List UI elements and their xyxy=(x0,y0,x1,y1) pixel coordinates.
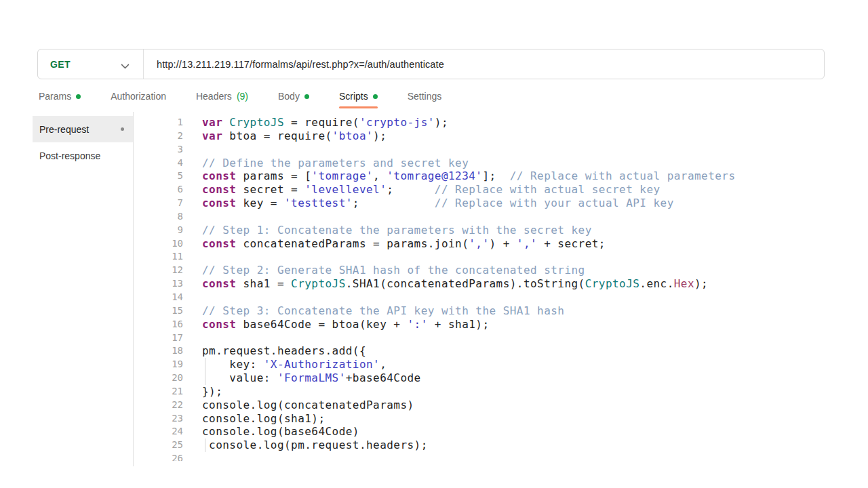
code-line: 7const key = 'testtest'; // Replace with… xyxy=(133,197,868,210)
code-text[interactable]: const concatenatedParams = params.join('… xyxy=(202,237,606,251)
code-line: 24console.log(base64Code) xyxy=(133,425,868,439)
line-number: 8 xyxy=(133,210,183,224)
tab-label: Settings xyxy=(408,91,442,102)
code-text[interactable]: console.log(base64Code) xyxy=(202,425,359,439)
tab-scripts[interactable]: Scripts xyxy=(339,91,378,104)
code-editor[interactable]: 1var CryptoJS = require('crypto-js');2va… xyxy=(133,116,868,461)
code-text[interactable]: var btoa = require('btoa'); xyxy=(202,129,387,143)
code-line: 8 xyxy=(133,210,868,224)
sidebar-item-post-response[interactable]: Post-response xyxy=(33,142,133,169)
code-text[interactable]: key: 'X-Authorization', xyxy=(202,358,387,371)
code-text[interactable]: console.log(pm.request.headers); xyxy=(202,439,428,452)
code-line: 3 xyxy=(133,143,868,157)
code-text[interactable]: const params = ['tomrage', 'tomrage@1234… xyxy=(202,169,736,183)
code-line: 11 xyxy=(133,250,868,264)
code-line: 6const secret = 'levellevel'; // Replace… xyxy=(133,183,868,197)
code-text[interactable]: var CryptoJS = require('crypto-js'); xyxy=(202,116,448,129)
method-label: GET xyxy=(50,59,71,70)
request-method-url-bar: GET http://13.211.219.117/formalms/api/r… xyxy=(37,49,825,79)
code-text[interactable]: const secret = 'levellevel'; // Replace … xyxy=(202,183,660,197)
line-number: 26 xyxy=(133,452,183,461)
line-number: 21 xyxy=(133,385,183,399)
tab-label: Authorization xyxy=(111,91,166,102)
sidebar-item-pre-request[interactable]: Pre-request xyxy=(33,116,133,142)
line-number: 18 xyxy=(133,344,183,358)
line-number: 19 xyxy=(133,358,183,371)
code-line: 12// Step 2: Generate SHA1 hash of the c… xyxy=(133,264,868,277)
code-text[interactable]: // Step 2: Generate SHA1 hash of the con… xyxy=(202,264,585,277)
line-number: 23 xyxy=(133,412,183,426)
line-number: 15 xyxy=(133,304,183,318)
line-number: 7 xyxy=(133,197,183,210)
line-number: 16 xyxy=(133,318,183,331)
code-line: 20 value: 'FormaLMS'+base64Code xyxy=(133,371,868,385)
code-line: 9// Step 1: Concatenate the parameters w… xyxy=(133,224,868,237)
code-line: 22console.log(concatenatedParams) xyxy=(133,399,868,412)
code-line: 5const params = ['tomrage', 'tomrage@123… xyxy=(133,169,868,183)
green-dot-icon xyxy=(373,94,378,99)
tab-count-badge: (9) xyxy=(237,91,248,102)
tab-label: Body xyxy=(278,91,300,102)
code-text[interactable]: // Step 1: Concatenate the parameters wi… xyxy=(202,224,592,237)
code-line: 16const base64Code = btoa(key + ':' + sh… xyxy=(133,318,868,331)
code-line: 21}); xyxy=(133,385,868,399)
code-line: 26 xyxy=(133,452,868,461)
tabs-bar: ParamsAuthorizationHeaders(9)BodyScripts… xyxy=(39,91,441,104)
line-number: 9 xyxy=(133,224,183,237)
code-line: 10const concatenatedParams = params.join… xyxy=(133,237,868,251)
code-line: 1var CryptoJS = require('crypto-js'); xyxy=(133,116,868,129)
line-number: 2 xyxy=(133,129,183,143)
code-text[interactable]: console.log(sha1); xyxy=(202,412,326,426)
line-number: 5 xyxy=(133,169,183,183)
sidebar-item-label: Post-response xyxy=(39,150,100,161)
code-text[interactable]: }); xyxy=(202,385,222,399)
code-line: 17 xyxy=(133,331,868,345)
line-number: 12 xyxy=(133,264,183,277)
line-number: 1 xyxy=(133,116,183,129)
line-number: 4 xyxy=(133,157,183,170)
code-text[interactable]: pm.request.headers.add({ xyxy=(202,344,366,358)
line-number: 14 xyxy=(133,291,183,304)
code-line: 23console.log(sha1); xyxy=(133,412,868,426)
green-dot-icon xyxy=(304,94,309,99)
line-number: 22 xyxy=(133,399,183,412)
method-select[interactable]: GET xyxy=(38,49,144,79)
code-line: 18pm.request.headers.add({ xyxy=(133,344,868,358)
tab-label: Headers xyxy=(196,91,232,102)
code-line: 14 xyxy=(133,291,868,304)
tab-authorization[interactable]: Authorization xyxy=(111,91,166,104)
tab-headers[interactable]: Headers(9) xyxy=(196,91,248,104)
tab-body[interactable]: Body xyxy=(278,91,309,104)
code-line: 13const sha1 = CryptoJS.SHA1(concatenate… xyxy=(133,277,868,291)
line-number: 24 xyxy=(133,425,183,439)
line-number: 13 xyxy=(133,277,183,291)
sidebar-item-label: Pre-request xyxy=(39,124,89,135)
code-text[interactable]: value: 'FormaLMS'+base64Code xyxy=(202,371,421,385)
line-number: 11 xyxy=(133,250,183,264)
code-text[interactable]: const key = 'testtest'; // Replace with … xyxy=(202,197,674,210)
code-text[interactable]: // Define the parameters and secret key xyxy=(202,157,469,170)
code-text[interactable]: // Step 3: Concatenate the API key with … xyxy=(202,304,564,318)
line-number: 6 xyxy=(133,183,183,197)
script-sidebar: Pre-requestPost-response xyxy=(33,116,133,169)
line-number: 3 xyxy=(133,143,183,157)
tab-label: Scripts xyxy=(339,91,368,102)
tab-settings[interactable]: Settings xyxy=(408,91,442,104)
green-dot-icon xyxy=(76,94,81,99)
code-text[interactable]: console.log(concatenatedParams) xyxy=(202,399,414,412)
line-number: 17 xyxy=(133,331,183,345)
line-number: 20 xyxy=(133,371,183,385)
tab-params[interactable]: Params xyxy=(39,91,81,104)
code-line: 2var btoa = require('btoa'); xyxy=(133,129,868,143)
code-line: 4// Define the parameters and secret key xyxy=(133,157,868,170)
code-text[interactable]: const base64Code = btoa(key + ':' + sha1… xyxy=(202,318,490,331)
line-number: 25 xyxy=(133,439,183,452)
unsaved-dot-icon xyxy=(121,127,124,131)
chevron-down-icon[interactable] xyxy=(122,61,128,67)
line-number: 10 xyxy=(133,237,183,251)
code-text[interactable]: const sha1 = CryptoJS.SHA1(concatenatedP… xyxy=(202,277,708,291)
url-input[interactable]: http://13.211.219.117/formalms/api/rest.… xyxy=(157,59,824,70)
code-line: 19 key: 'X-Authorization', xyxy=(133,358,868,371)
tab-label: Params xyxy=(39,91,71,102)
code-line: 25 console.log(pm.request.headers); xyxy=(133,439,868,452)
